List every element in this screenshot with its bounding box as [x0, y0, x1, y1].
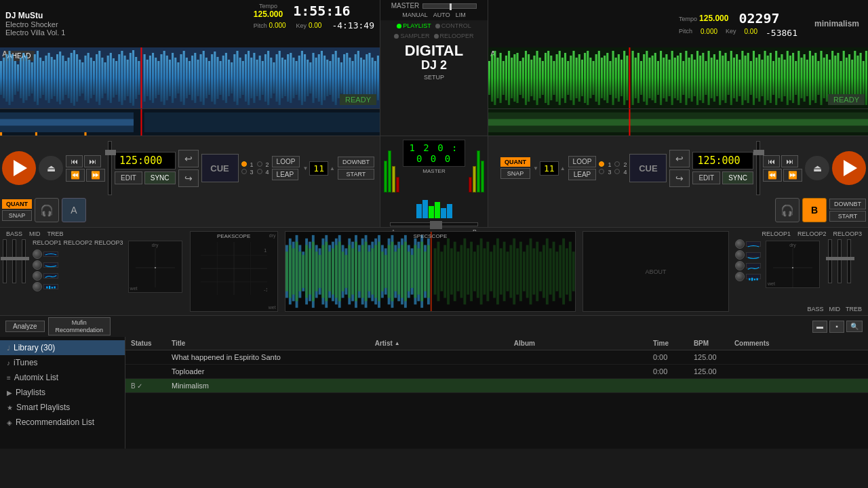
- analyze-btn[interactable]: Analyze: [5, 321, 45, 332]
- right-edit-btn[interactable]: EDIT: [692, 171, 720, 184]
- left-forward-btn[interactable]: ↪: [178, 169, 199, 187]
- right-b-btn[interactable]: B: [802, 198, 827, 222]
- left-fx-knob-2[interactable]: [33, 260, 42, 270]
- svg-rect-250: [792, 53, 794, 103]
- setup-btn[interactable]: SETUP: [405, 74, 463, 81]
- right-fx-knob-2[interactable]: [735, 250, 745, 260]
- header-time[interactable]: Time: [648, 340, 688, 347]
- left-radio-2[interactable]: [257, 161, 262, 167]
- relooper-btn[interactable]: RELOOPER: [440, 33, 474, 39]
- table-row[interactable]: B ✓ Minimalism: [125, 379, 868, 393]
- right-loop-minus[interactable]: ▼: [533, 165, 538, 171]
- view-list-btn[interactable]: ▬: [812, 321, 827, 333]
- header-title[interactable]: Title: [166, 340, 370, 347]
- manual-btn[interactable]: MANUAL: [402, 12, 428, 18]
- right-sync-btn[interactable]: SYNC: [722, 171, 753, 184]
- left-radio-3[interactable]: [241, 169, 247, 174]
- svg-rect-235: [750, 61, 752, 95]
- right-channel-fader[interactable]: [753, 150, 764, 155]
- left-skip-back-btn[interactable]: ⏮: [66, 155, 83, 167]
- right-snap-btn[interactable]: SNAP: [500, 168, 530, 179]
- right-rew-btn[interactable]: ⏪: [763, 169, 782, 182]
- left-ff-btn[interactable]: ⏩: [86, 169, 105, 182]
- left-radio-4[interactable]: [257, 169, 262, 174]
- left-snap-btn[interactable]: SNAP: [2, 210, 32, 221]
- sidebar-item-automix[interactable]: ≡ Automix List: [0, 370, 125, 385]
- table-row[interactable]: Toploader 0:00 125.00: [125, 365, 868, 379]
- left-start-btn[interactable]: START: [338, 169, 374, 180]
- right-cue-button[interactable]: CUE: [629, 154, 667, 182]
- left-loop-btn[interactable]: LOOP: [272, 156, 300, 167]
- header-comments[interactable]: Comments: [729, 340, 868, 347]
- left-fx-knob-3[interactable]: [33, 271, 42, 281]
- control-btn[interactable]: CONTROL: [441, 22, 471, 29]
- right-headphone-btn[interactable]: 🎧: [775, 198, 800, 222]
- right-loop-btn[interactable]: LOOP: [568, 156, 597, 167]
- table-row[interactable]: What happened in Espirito Santo 0:00 125…: [125, 350, 868, 365]
- left-treb-slider[interactable]: [22, 239, 26, 283]
- right-ff-btn[interactable]: ⏩: [783, 169, 802, 182]
- left-sync-btn[interactable]: SYNC: [144, 171, 176, 184]
- left-a-btn[interactable]: A: [62, 198, 86, 222]
- right-leap-btn[interactable]: LEAP: [568, 169, 597, 180]
- left-fx-knob-1[interactable]: [33, 249, 42, 259]
- right-forward-btn[interactable]: ↪: [669, 169, 690, 187]
- left-edit-btn[interactable]: EDIT: [115, 171, 142, 184]
- mufin-btn[interactable]: MufinRecommendation: [48, 317, 111, 336]
- right-fx-knob-1[interactable]: [735, 239, 745, 249]
- right-skip-fwd-btn[interactable]: ⏭: [781, 155, 798, 167]
- left-skip-fwd-btn[interactable]: ⏭: [84, 155, 101, 167]
- playlist-btn[interactable]: PLAYLIST: [403, 22, 431, 29]
- right-treb-slider[interactable]: [847, 239, 851, 283]
- right-mid-slider[interactable]: [837, 239, 842, 283]
- right-radio-1[interactable]: [599, 161, 604, 167]
- svg-rect-52: [146, 60, 149, 96]
- left-cue-button[interactable]: CUE: [201, 154, 239, 182]
- left-bass-slider[interactable]: [3, 239, 7, 283]
- left-leap-btn[interactable]: LEAP: [272, 169, 299, 180]
- right-quant-btn[interactable]: QUANT: [500, 157, 530, 167]
- left-quant-btn[interactable]: QUANT: [2, 199, 32, 209]
- view-grid-btn[interactable]: ▪: [829, 321, 844, 333]
- right-bass-slider[interactable]: [828, 239, 832, 283]
- sidebar-item-library[interactable]: ♩ Library (30): [0, 340, 125, 355]
- left-loop-plus[interactable]: ▲: [330, 165, 335, 171]
- right-mid-label: MID: [829, 306, 840, 312]
- header-status[interactable]: Status: [125, 340, 166, 347]
- header-album[interactable]: Album: [509, 340, 648, 347]
- left-fx-knob-4[interactable]: [33, 282, 42, 291]
- crossfader-handle[interactable]: [430, 221, 442, 229]
- sidebar-item-smart-playlists[interactable]: ★ Smart Playlists: [0, 400, 125, 415]
- right-downbt-btn[interactable]: DOWNBT: [829, 199, 866, 209]
- right-eject-button[interactable]: ⏏: [805, 156, 829, 180]
- left-downbt-btn[interactable]: DOWNBT: [338, 157, 374, 167]
- sidebar-item-recommendation[interactable]: ◈ Recommendation List: [0, 415, 125, 430]
- left-mid-slider[interactable]: [12, 239, 16, 283]
- right-skip-back-btn[interactable]: ⏮: [763, 155, 780, 167]
- left-rew-btn[interactable]: ⏪: [66, 169, 85, 182]
- auto-btn[interactable]: AUTO: [433, 12, 450, 18]
- left-play-button[interactable]: [2, 151, 36, 185]
- left-loop-back-btn[interactable]: ↩: [178, 150, 199, 167]
- right-loop-plus[interactable]: ▲: [560, 165, 566, 171]
- search-button[interactable]: 🔍: [846, 321, 863, 332]
- left-eject-button[interactable]: ⏏: [39, 156, 63, 180]
- right-start-btn[interactable]: START: [829, 211, 866, 222]
- left-channel-fader[interactable]: [105, 150, 116, 155]
- left-headphone-btn[interactable]: 🎧: [35, 198, 59, 222]
- header-bpm[interactable]: BPM: [688, 340, 729, 347]
- right-loop-back-btn[interactable]: ↩: [669, 150, 690, 167]
- header-artist[interactable]: Artist ▲: [370, 340, 509, 347]
- sidebar-item-playlists[interactable]: ▶ Playlists: [0, 385, 125, 400]
- right-radio-4[interactable]: [614, 169, 620, 174]
- right-fx-knob-4[interactable]: [735, 272, 745, 281]
- left-radio-1[interactable]: [241, 161, 247, 167]
- right-radio-3[interactable]: [599, 169, 604, 174]
- left-loop-minus[interactable]: ▼: [302, 165, 308, 171]
- sampler-btn[interactable]: SAMPLER: [400, 33, 429, 39]
- sidebar-item-itunes[interactable]: ♪ iTunes: [0, 355, 125, 370]
- right-play-button[interactable]: [832, 151, 866, 185]
- right-radio-2[interactable]: [614, 161, 620, 167]
- right-fx-knob-3[interactable]: [735, 261, 745, 270]
- lim-btn[interactable]: LIM: [456, 12, 466, 18]
